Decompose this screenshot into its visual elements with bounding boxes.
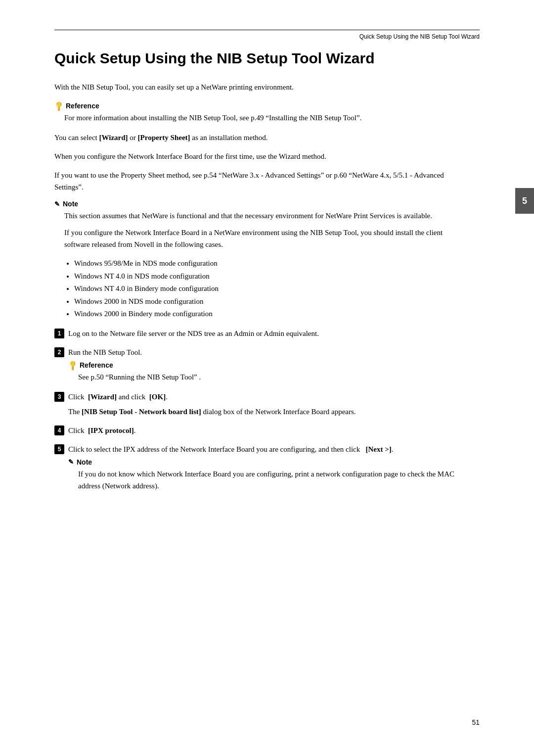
step-2-row: 2 Run the NIB Setup Tool. <box>54 346 470 358</box>
pencil-icon-1: ✎ <box>54 200 60 208</box>
reference-block-2: 🔑 Reference See p.50 “Running the NIB Se… <box>68 361 470 383</box>
step-text-2: Run the NIB Setup Tool. <box>68 346 470 358</box>
reference-title-1: Reference <box>66 102 99 110</box>
step-number-3: 3 <box>54 392 64 402</box>
property-sheet-text: [Property Sheet] <box>138 134 190 142</box>
reference-content-1: For more information about installing th… <box>64 112 470 124</box>
step-text-1: Log on to the Netware file server or the… <box>68 328 470 339</box>
list-item: Windows NT 4.0 in Bindery mode configura… <box>74 283 470 295</box>
intro-text: With the NIB Setup Tool, you can easily … <box>54 81 470 93</box>
step-3-body: The [NIB Setup Tool - Network board list… <box>68 406 470 418</box>
wizard-text: [Wizard] <box>99 134 128 142</box>
note-label-1: ✎ Note <box>54 200 470 208</box>
header-text: Quick Setup Using the NIB Setup Tool Wiz… <box>359 33 480 40</box>
note-content-1b: If you configure the Network Interface B… <box>64 227 470 250</box>
step-3-row: 3 Click [Wizard] and click [OK]. <box>54 391 470 403</box>
reference-title-2: Reference <box>80 361 113 369</box>
step-1: 1 Log on to the Netware file server or t… <box>54 328 470 339</box>
header-bar: Quick Setup Using the NIB Setup Tool Wiz… <box>54 30 480 40</box>
key-icon-2: 🔑 <box>67 359 78 371</box>
step-text-5: Click to select the IPX address of the N… <box>68 443 470 455</box>
note-content-2: If you do not know which Network Interfa… <box>78 468 470 492</box>
page-title: Quick Setup Using the NIB Setup Tool Wiz… <box>54 49 470 67</box>
step-text-3: Click [Wizard] and click [OK]. <box>68 391 470 403</box>
main-content: Quick Setup Using the NIB Setup Tool Wiz… <box>54 49 470 499</box>
chapter-number: 5 <box>522 196 527 206</box>
step-number-2: 2 <box>54 347 64 357</box>
step-text-4: Click [IPX protocol]. <box>68 425 470 436</box>
key-icon-1: 🔑 <box>53 100 64 111</box>
step-4: 4 Click [IPX protocol]. <box>54 425 470 436</box>
reference-label-1: 🔑 Reference <box>54 102 470 110</box>
reference-content-2: See p.50 “Running the NIB Setup Tool” . <box>78 371 470 383</box>
body-text-3: If you want to use the Property Sheet me… <box>54 169 470 193</box>
reference-label-2: 🔑 Reference <box>68 361 470 369</box>
note-label-2: ✎ Note <box>68 458 470 466</box>
wizard-bold: [Wizard] <box>88 393 117 401</box>
body-text-2: When you configure the Network Interface… <box>54 150 470 162</box>
reference-block-1: 🔑 Reference For more information about i… <box>54 102 470 124</box>
step-number-5: 5 <box>54 444 64 454</box>
note-block-2: ✎ Note If you do not know which Network … <box>68 458 470 492</box>
list-item: Windows 2000 in Bindery mode configurati… <box>74 308 470 321</box>
page-container: Quick Setup Using the NIB Setup Tool Wiz… <box>0 0 534 756</box>
step-3: 3 Click [Wizard] and click [OK]. The [NI… <box>54 391 470 418</box>
step-5-row: 5 Click to select the IPX address of the… <box>54 443 470 455</box>
step-number-4: 4 <box>54 425 64 435</box>
step-number-1: 1 <box>54 329 64 338</box>
list-item: Windows NT 4.0 in NDS mode configuration <box>74 270 470 283</box>
step-5: 5 Click to select the IPX address of the… <box>54 443 470 492</box>
next-bold: [Next >] <box>365 445 391 453</box>
page-number: 51 <box>472 718 480 726</box>
chapter-tab: 5 <box>515 188 534 214</box>
note-title-1: Note <box>63 200 78 208</box>
step-2: 2 Run the NIB Setup Tool. 🔑 Reference Se… <box>54 346 470 383</box>
note-content-1a: This section assumes that NetWare is fun… <box>64 210 470 222</box>
ipx-bold: [IPX protocol] <box>88 426 134 434</box>
body-text-1: You can select [Wizard] or [Property She… <box>54 132 470 143</box>
list-item: Windows 95/98/Me in NDS mode configurati… <box>74 257 470 270</box>
note-block-1: ✎ Note This section assumes that NetWare… <box>54 200 470 250</box>
bullet-list: Windows 95/98/Me in NDS mode configurati… <box>74 257 470 321</box>
note-title-2: Note <box>77 458 92 466</box>
pencil-icon-2: ✎ <box>68 458 74 466</box>
list-item: Windows 2000 in NDS mode configuration <box>74 295 470 308</box>
dialog-text: [NIB Setup Tool - Network board list] <box>82 408 201 416</box>
ok-bold: [OK] <box>149 393 166 401</box>
